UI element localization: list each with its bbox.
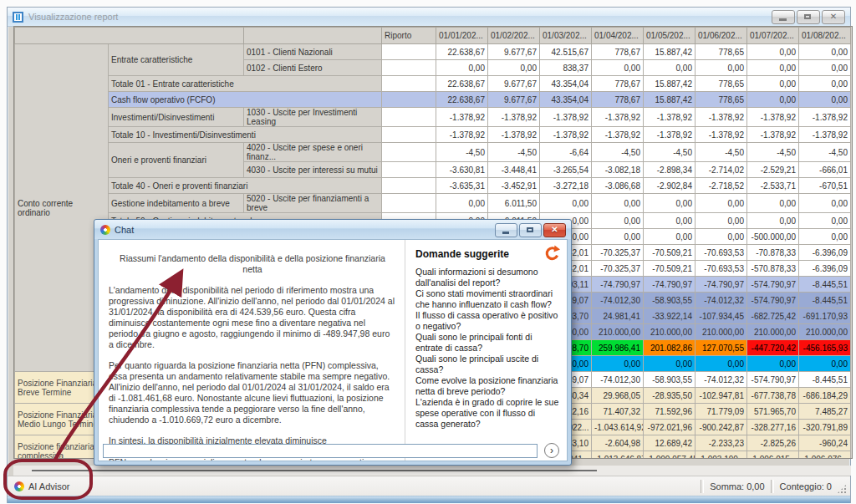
grid-cell[interactable]: 259.986,41 — [592, 340, 644, 356]
grid-cell[interactable]: 778,67 — [592, 44, 644, 60]
grid-cell[interactable]: 0,00 — [644, 194, 696, 213]
grid-cell[interactable]: -900.242,87 — [696, 420, 747, 435]
chat-titlebar[interactable]: Chat ✕ — [94, 220, 571, 239]
maximize-button[interactable] — [797, 10, 820, 24]
grid-cell[interactable]: -28.935,50 — [644, 388, 696, 404]
grid-cell[interactable]: -686.184,29 — [799, 388, 851, 404]
grid-cell[interactable]: -1.378,92 — [488, 127, 540, 143]
grid-cell[interactable] — [382, 162, 436, 178]
grid-column-header[interactable]: 01/06/202... — [696, 28, 747, 44]
report-window-titlebar[interactable]: Visualizzazione report ✕ — [8, 8, 850, 27]
grid-cell[interactable]: 0,00 — [799, 229, 851, 245]
grid-cell[interactable]: 43.354,04 — [540, 92, 592, 108]
grid-cell[interactable]: 0,00 — [592, 213, 644, 229]
grid-cell[interactable]: Cash flow operativo (FCFO) — [109, 92, 382, 108]
grid-cell[interactable]: -70.693,53 — [696, 245, 747, 261]
suggested-question[interactable]: L'azienda è in grado di coprire le sue s… — [415, 397, 560, 430]
grid-cell[interactable]: 210.000,00 — [592, 324, 644, 340]
grid-cell[interactable]: -4,50 — [436, 143, 488, 162]
scrollbar-thumb[interactable] — [32, 470, 597, 471]
grid-cell[interactable]: -677.738,78 — [747, 388, 799, 404]
grid-cell[interactable]: 0,00 — [799, 356, 851, 372]
grid-cell[interactable]: Totale 10 - Investimenti/Disinvestimenti — [109, 127, 382, 143]
grid-cell[interactable]: -972.021,96 — [644, 420, 696, 435]
ai-advisor-button[interactable]: AI Advisor — [28, 481, 70, 491]
grid-cell[interactable]: -4,50 — [488, 143, 540, 162]
grid-cell[interactable]: -74.790,97 — [696, 277, 747, 293]
grid-cell[interactable]: 6.011,50 — [488, 194, 540, 213]
grid-cell[interactable]: -1.378,92 — [696, 127, 747, 143]
grid-cell[interactable]: -570.878,33 — [747, 261, 799, 277]
grid-cell[interactable]: -4,50 — [644, 143, 696, 162]
grid-cell[interactable]: 778,65 — [696, 92, 747, 108]
grid-cell[interactable]: 0,00 — [696, 213, 747, 229]
grid-cell[interactable]: -1.378,92 — [540, 108, 592, 127]
grid-cell[interactable]: 7.485,27 — [799, 404, 851, 420]
grid-cell[interactable]: -574.790,97 — [747, 293, 799, 308]
grid-cell[interactable]: -1.378,92 — [644, 108, 696, 127]
send-button[interactable]: › — [544, 443, 559, 458]
grid-cell[interactable]: 24.981,41 — [592, 308, 644, 324]
grid-cell[interactable]: -70.325,37 — [592, 261, 644, 277]
grid-column-header[interactable] — [15, 28, 244, 44]
grid-cell[interactable]: -3.635,31 — [436, 178, 488, 194]
grid-cell[interactable]: Totale 40 - Oneri e proventi finanziari — [109, 178, 382, 194]
grid-cell[interactable]: -8.445,51 — [799, 277, 851, 293]
grid-cell[interactable]: -74.790,97 — [592, 277, 644, 293]
grid-cell[interactable]: -70.509,21 — [644, 245, 696, 261]
grid-cell[interactable]: 15.887,42 — [644, 44, 696, 60]
grid-cell[interactable]: -2.533,71 — [747, 178, 799, 194]
grid-cell[interactable]: 778,67 — [592, 92, 644, 108]
grid-cell[interactable]: -574.790,97 — [747, 372, 799, 388]
grid-cell[interactable]: 0,00 — [592, 229, 644, 245]
grid-column-header[interactable] — [244, 28, 382, 44]
grid-cell[interactable]: 0,00 — [799, 92, 851, 108]
grid-cell[interactable]: -1.378,92 — [540, 127, 592, 143]
grid-cell[interactable]: -3.630,81 — [436, 162, 488, 178]
grid-cell[interactable]: -2.825,26 — [747, 435, 799, 451]
grid-cell[interactable]: 0,00 — [696, 229, 747, 245]
grid-cell[interactable]: -1.013.646,87 — [592, 451, 644, 460]
grid-cell[interactable]: 778,65 — [696, 76, 747, 92]
grid-cell[interactable]: -4,50 — [696, 143, 747, 162]
grid-cell[interactable]: 571.965,70 — [747, 404, 799, 420]
grid-cell[interactable]: -682.725,42 — [747, 308, 799, 324]
grid-cell[interactable]: -8.445,51 — [799, 293, 851, 308]
grid-cell[interactable]: -1.378,92 — [696, 108, 747, 127]
grid-cell[interactable]: -574.790,97 — [747, 277, 799, 293]
grid-cell[interactable]: 9.677,67 — [488, 44, 540, 60]
grid-cell[interactable]: 42.515,67 — [540, 44, 592, 60]
grid-cell[interactable]: -70.693,53 — [696, 261, 747, 277]
suggested-question[interactable]: Il flusso di cassa operativo è positivo … — [415, 310, 560, 332]
grid-cell[interactable]: -670,51 — [799, 178, 851, 194]
grid-cell[interactable]: -33.922,14 — [644, 308, 696, 324]
grid-cell[interactable]: -1.378,92 — [644, 127, 696, 143]
grid-cell[interactable]: -3.086,68 — [592, 178, 644, 194]
grid-cell[interactable]: 778,65 — [696, 44, 747, 60]
grid-column-header[interactable]: 01/02/202... — [488, 28, 540, 44]
grid-cell[interactable]: 71.407,32 — [592, 404, 644, 420]
grid-cell[interactable]: 0,00 — [592, 356, 644, 372]
grid-cell[interactable]: 5020 - Uscite per finanziamenti a breve — [244, 194, 382, 213]
suggested-question[interactable]: Quali informazioni si desumono dall'anal… — [415, 267, 560, 288]
grid-cell[interactable]: -666,01 — [799, 162, 851, 178]
minimize-button[interactable] — [772, 10, 795, 24]
grid-cell[interactable]: 0,00 — [644, 213, 696, 229]
grid-cell[interactable]: 838,37 — [540, 60, 592, 76]
suggested-question[interactable]: Quali sono le principali uscite di cassa… — [415, 354, 560, 375]
grid-cell[interactable]: 0,00 — [592, 60, 644, 76]
grid-cell[interactable]: -1.378,92 — [488, 108, 540, 127]
grid-cell[interactable]: 210.000,00 — [747, 324, 799, 340]
grid-cell[interactable]: 22.638,67 — [436, 44, 488, 60]
grid-cell[interactable]: 0,00 — [747, 60, 799, 76]
suggested-question[interactable]: Ci sono stati movimenti straordinari che… — [415, 288, 560, 310]
grid-cell[interactable]: -58.903,55 — [644, 293, 696, 308]
grid-cell[interactable]: -1.378,92 — [747, 108, 799, 127]
grid-cell[interactable]: 0,00 — [696, 356, 747, 372]
grid-column-header[interactable]: 01/08/202... — [799, 28, 851, 44]
grid-cell[interactable]: 0,00 — [488, 60, 540, 76]
grid-cell[interactable]: 0102 - Clienti Estero — [244, 60, 382, 76]
grid-cell[interactable]: -74.012,30 — [592, 293, 644, 308]
grid-cell[interactable]: 0,00 — [696, 194, 747, 213]
grid-cell[interactable]: 0,00 — [747, 44, 799, 60]
